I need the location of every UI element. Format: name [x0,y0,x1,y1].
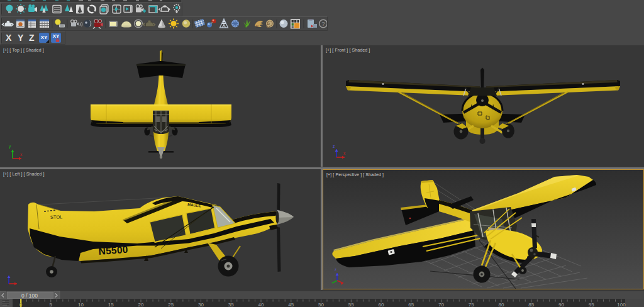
svg-text:45: 45 [288,302,294,307]
svg-text:80: 80 [499,302,504,307]
svg-text:y: y [9,144,11,149]
svg-text:z: z [333,144,335,148]
svg-text:70: 70 [438,302,444,307]
svg-text:75: 75 [469,302,474,307]
svg-text:0 / 100: 0 / 100 [21,293,38,299]
svg-text:30: 30 [198,302,204,307]
svg-text:x: x [20,152,23,157]
svg-text:N5500: N5500 [98,244,128,257]
svg-text:65: 65 [408,302,414,307]
svg-text:100: 100 [617,302,626,307]
svg-text:95: 95 [589,302,594,307]
svg-text:50: 50 [318,302,324,307]
svg-text:5: 5 [50,302,53,307]
svg-text:55: 55 [348,302,354,307]
svg-text:10: 10 [78,302,84,307]
svg-text:x: x [343,151,346,155]
svg-text:STOL: STOL [50,214,63,220]
svg-text:25: 25 [168,302,174,307]
svg-text:35: 35 [228,302,234,307]
svg-text:90: 90 [558,302,564,307]
svg-text:z: z [335,267,336,271]
svg-text:20: 20 [138,302,144,307]
svg-text:40: 40 [258,302,264,307]
svg-text:15: 15 [108,302,114,307]
svg-text:0: 0 [19,302,23,307]
svg-text:?: ? [322,21,325,27]
svg-text:85: 85 [528,302,534,307]
svg-text:60: 60 [379,302,384,307]
svg-text:O: O [267,22,270,26]
svg-text:H: H [256,25,258,28]
